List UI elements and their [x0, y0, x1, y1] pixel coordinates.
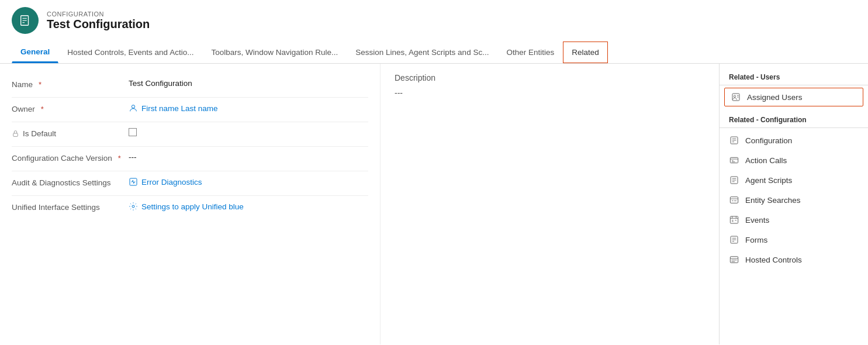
svg-point-4 [132, 105, 134, 108]
required-star-cache: * [118, 154, 121, 163]
page-title: Test Configuration [47, 18, 150, 31]
label-config-cache: Configuration Cache Version * [12, 153, 129, 163]
agent-scripts-icon [729, 175, 739, 185]
value-is-default[interactable] [129, 128, 368, 138]
field-audit: Audit & Diagnostics Settings Error Diagn… [12, 171, 368, 196]
svg-rect-5 [13, 133, 18, 136]
forms-icon [729, 234, 739, 245]
tab-bar: General Hosted Controls, Events and Acti… [0, 41, 868, 64]
right-item-entity-searches[interactable]: Entity Searches [720, 190, 868, 210]
assigned-users-icon [731, 92, 741, 102]
tab-toolbars[interactable]: Toolbars, Window Navigation Rule... [202, 42, 347, 63]
svg-point-7 [132, 205, 134, 208]
svg-rect-14 [730, 157, 738, 163]
right-item-events[interactable]: Events [720, 210, 868, 230]
header-text: CONFIGURATION Test Configuration [47, 11, 150, 31]
agent-scripts-label: Agent Scripts [745, 176, 792, 185]
value-name: Test Configuration [129, 79, 368, 88]
label-name: Name * [12, 79, 129, 89]
right-item-assigned-users[interactable]: Assigned Users [724, 88, 863, 106]
events-icon [729, 215, 739, 225]
section-title-users: Related - Users [720, 68, 868, 85]
svg-rect-37 [730, 257, 738, 263]
person-icon [129, 104, 138, 113]
events-label: Events [745, 216, 769, 225]
diagnostics-icon [129, 177, 138, 187]
settings-icon [129, 202, 138, 211]
lock-icon [12, 130, 19, 137]
right-item-forms[interactable]: Forms [720, 230, 868, 250]
section-title-config: Related - Configuration [720, 111, 868, 127]
tab-general[interactable]: General [12, 41, 58, 63]
divider-config [720, 127, 868, 128]
form-panel: Name * Test Configuration Owner * First … [0, 64, 380, 344]
value-owner[interactable]: First name Last name [129, 104, 368, 113]
label-is-default: Is Default [12, 128, 129, 138]
field-owner: Owner * First name Last name [12, 98, 368, 122]
label-owner: Owner * [12, 104, 129, 113]
right-panel: Related - Users Assigned Users Related -… [719, 64, 868, 344]
entity-searches-label: Entity Searches [745, 196, 801, 205]
field-config-cache: Configuration Cache Version * --- [12, 147, 368, 171]
tab-related[interactable]: Related [563, 42, 608, 63]
value-audit[interactable]: Error Diagnostics [129, 177, 368, 187]
required-star-name: * [39, 80, 42, 89]
tab-session-lines[interactable]: Session Lines, Agent Scripts and Sc... [347, 42, 497, 63]
tab-hosted-controls[interactable]: Hosted Controls, Events and Actio... [58, 42, 202, 63]
action-calls-label: Action Calls [745, 156, 787, 165]
action-calls-icon [729, 155, 739, 165]
forms-label: Forms [745, 236, 767, 244]
tab-other-entities[interactable]: Other Entities [497, 42, 563, 63]
value-config-cache: --- [129, 153, 368, 161]
checkbox-is-default[interactable] [129, 128, 137, 136]
header: CONFIGURATION Test Configuration [0, 0, 868, 41]
main-content: Name * Test Configuration Owner * First … [0, 64, 868, 344]
right-item-hosted-controls[interactable]: Hosted Controls [720, 250, 868, 270]
field-name: Name * Test Configuration [12, 73, 368, 98]
field-unified: Unified Interface Settings Settings to a… [12, 196, 368, 220]
label-unified: Unified Interface Settings [12, 202, 129, 212]
description-title: Description [395, 73, 705, 82]
value-unified[interactable]: Settings to apply Unified blue [129, 202, 368, 211]
right-item-action-calls[interactable]: Action Calls [720, 150, 868, 170]
hosted-controls-icon [729, 254, 739, 265]
svg-point-9 [734, 95, 735, 97]
config-label: CONFIGURATION [47, 11, 150, 18]
divider-users [720, 85, 868, 85]
svg-rect-26 [730, 216, 738, 223]
right-item-agent-scripts[interactable]: Agent Scripts [720, 170, 868, 190]
configuration-label: Configuration [745, 136, 792, 145]
assigned-users-label: Assigned Users [747, 93, 803, 102]
right-item-configuration[interactable]: Configuration [720, 130, 868, 150]
required-star-owner: * [41, 105, 44, 113]
entity-searches-icon [729, 195, 739, 205]
svg-rect-22 [730, 197, 738, 203]
configuration-item-icon [729, 135, 739, 146]
label-audit: Audit & Diagnostics Settings [12, 177, 129, 187]
app-icon [12, 7, 39, 34]
description-content: --- [395, 88, 705, 98]
description-panel: Description --- [380, 64, 719, 344]
field-is-default: Is Default [12, 122, 368, 147]
hosted-controls-label: Hosted Controls [745, 256, 802, 264]
